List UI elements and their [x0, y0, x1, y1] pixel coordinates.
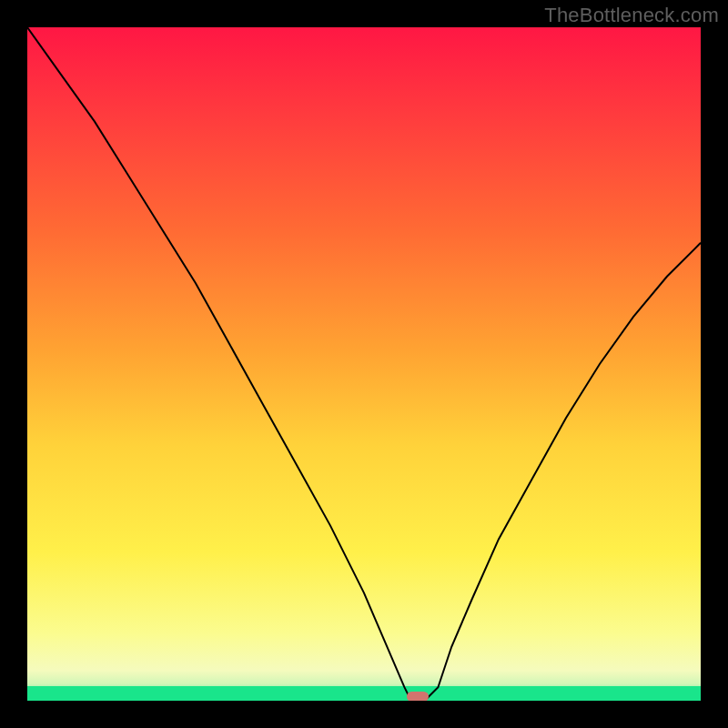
- watermark-text: TheBottleneck.com: [544, 4, 719, 27]
- curve-polyline: [27, 27, 701, 701]
- plot-area: [27, 27, 701, 701]
- bottleneck-curve: [27, 27, 701, 701]
- optimal-marker: [407, 692, 429, 701]
- chart-frame: TheBottleneck.com: [0, 0, 728, 728]
